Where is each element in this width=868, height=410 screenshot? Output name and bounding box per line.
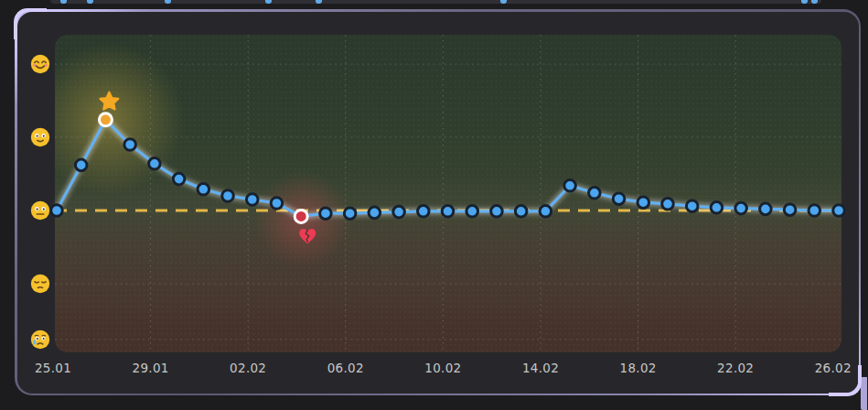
data-point[interactable] [540,206,552,218]
data-point[interactable] [393,206,405,218]
x-axis-label: 25.01 [35,361,71,375]
x-axis-label: 18.02 [620,361,657,375]
data-point[interactable] [613,193,625,205]
frame-highlight-left [15,33,17,106]
adjacent-frame-edge [861,377,867,410]
data-point[interactable] [442,206,454,218]
previous-chart-point [265,0,272,4]
previous-chart-point [165,0,171,4]
data-point[interactable] [369,207,380,219]
selection-handle-top-left[interactable] [14,8,47,39]
data-point[interactable] [51,205,63,217]
mood-happy-icon [29,53,51,75]
data-point[interactable] [784,204,796,216]
data-point[interactable] [320,208,332,220]
best-day-point[interactable] [99,113,112,126]
data-point[interactable] [760,203,772,215]
previous-chart-point [316,0,322,4]
data-point[interactable] [173,173,185,185]
mood-sad-icon [29,273,51,295]
data-point[interactable] [149,158,161,170]
data-point[interactable] [418,206,430,218]
data-point[interactable] [198,184,209,196]
previous-chart-point [60,0,67,4]
x-axis: 25.0129.0102.0206.0210.0214.0218.0222.02… [0,361,868,377]
data-point[interactable] [564,180,576,192]
data-point[interactable] [491,206,503,218]
data-point[interactable] [124,139,136,151]
previous-chart-point [87,0,93,4]
data-point[interactable] [662,199,674,210]
data-point[interactable] [833,205,845,217]
data-point[interactable] [344,208,356,220]
data-point[interactable] [466,206,478,218]
previous-chart-point [811,0,818,4]
x-axis-label: 22.02 [717,361,754,375]
previous-chart-point [500,0,507,4]
x-axis-label: 02.02 [230,361,266,375]
data-point[interactable] [515,206,527,218]
data-point[interactable] [809,205,820,217]
x-axis-label: 29.01 [133,361,169,375]
data-point[interactable] [246,194,258,206]
mood-slightly-happy-icon [29,126,51,148]
data-point[interactable] [271,198,283,210]
x-axis-label: 26.02 [815,361,852,375]
data-point[interactable] [686,200,698,212]
previous-chart-point [801,0,808,4]
mood-line-glow [57,120,839,217]
x-axis-label: 14.02 [522,361,559,375]
data-point[interactable] [222,190,234,202]
mood-line-chart [55,35,841,352]
data-point[interactable] [638,197,649,209]
x-axis-label: 10.02 [424,361,461,375]
data-point[interactable] [711,202,723,214]
data-point[interactable] [735,202,747,214]
x-axis-label: 06.02 [327,361,364,375]
mood-line [57,120,839,217]
mood-neutral-icon [29,200,51,221]
mood-crying-icon [29,329,51,351]
screenshot-root: 25.0129.0102.0206.0210.0214.0218.0222.02… [0,0,868,410]
data-point[interactable] [75,159,87,171]
data-point[interactable] [589,188,601,200]
worst-day-point[interactable] [295,210,307,222]
star-icon [100,92,118,110]
frame-highlight-top [42,9,152,12]
broken-heart-icon [299,229,316,243]
previous-chart-bottom-edge [50,0,821,4]
